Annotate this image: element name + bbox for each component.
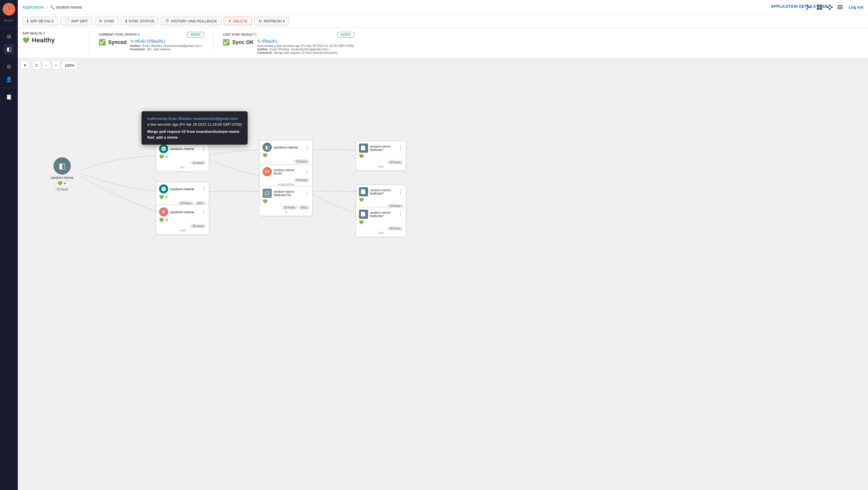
sync-button[interactable]: ↻ SYNC	[95, 17, 119, 25]
app-health-label: APP HEALTH ℹ	[23, 31, 80, 35]
svc-node-title: random-meme	[170, 147, 199, 151]
app-version: v2.3.17+	[4, 19, 14, 22]
pod1-time-badge: 18 hours	[387, 160, 403, 164]
last-sync-meta: To 55ba2b1 Succeeded a few seconds ago (…	[257, 39, 354, 54]
zoom-in-button[interactable]: +	[52, 61, 60, 69]
diff-icon: 📄	[65, 19, 70, 23]
status-divider-2	[213, 31, 213, 54]
route-node-menu-icon[interactable]: ⋮	[201, 209, 206, 215]
history-rollback-button[interactable]: ⏱ HISTORY AND ROLLBACK	[161, 17, 221, 25]
last-sync-info-icon: ℹ	[255, 32, 256, 36]
rs-node: random-meme-5b86cbb755 ⋮ 💚 18 hours rev:…	[259, 186, 313, 216]
route-time-badge: 18 hours	[190, 224, 206, 228]
random-meme-time-badge: 18 hours	[293, 159, 309, 164]
last-sync-section: LAST SYNC RESULT ℹ MORE ✅ Sync OK To 55b…	[223, 31, 354, 54]
deploy-node-icon	[159, 184, 168, 193]
root-check-icon: ✔	[64, 181, 67, 185]
commit-tooltip: Authored by Evan Shortiss <evanshortiss@…	[142, 111, 248, 145]
svc-type-label: svc	[159, 165, 206, 169]
app-diff-button[interactable]: 📄 APP DIFF	[60, 17, 92, 25]
random-meme-node-icon: ◧	[262, 143, 272, 152]
app-details-button[interactable]: ℹ APP DETAILS	[23, 17, 58, 25]
deploy-heart-icon: 💚	[159, 195, 164, 199]
rs-node-menu-icon[interactable]: ⋮	[305, 191, 309, 196]
current-sync-more-button[interactable]: MORE	[187, 32, 204, 38]
fit-to-screen-button[interactable]: ⊡	[32, 61, 41, 69]
graph-area: ▼ ⊡ − + 100%	[18, 58, 868, 490]
random-meme-node-title: random-meme	[274, 145, 303, 150]
random-meme-node-menu-icon[interactable]: ⋮	[305, 145, 309, 150]
svg-rect-19	[838, 8, 843, 9]
route-heart-icon: 💚	[159, 218, 164, 222]
svc-node: random-meme ⋮ 💚 ✔ 18 hours svc	[156, 142, 209, 172]
zoom-out-button[interactable]: −	[42, 61, 51, 69]
current-sync-meta: To HEAD (55ba2b1) Author: Evan Shortiss …	[130, 39, 204, 51]
rs-time-badge: 18 hours	[282, 205, 298, 210]
pod2-node-icon	[359, 187, 368, 196]
deploy-node-menu-icon[interactable]: ⋮	[201, 186, 206, 192]
search-icon: 🔍	[50, 5, 55, 9]
endpointslice-node-menu-icon[interactable]: ⋮	[305, 169, 309, 175]
delete-button[interactable]: ✕ DELETE	[224, 17, 252, 25]
sidebar-item-layers[interactable]: ◧	[4, 44, 14, 54]
pod1-type-label: pod	[359, 165, 403, 168]
sidebar-item-settings[interactable]: ⚙	[4, 62, 14, 72]
svc-check-icon: ✔	[165, 154, 168, 159]
route-check-icon: ✔	[165, 218, 168, 222]
svc-heart-icon: 💚	[159, 154, 164, 159]
last-sync-check-icon: ✅	[223, 39, 230, 46]
pod2-heart-icon: 💚	[359, 197, 364, 202]
logout-label[interactable]: Log out	[849, 5, 863, 9]
svc-node-menu-icon[interactable]: ⋮	[201, 146, 206, 152]
sync-check-icon: ✅	[99, 39, 106, 46]
head-commit-link[interactable]: HEAD (55ba2b1)	[134, 39, 165, 43]
sidebar-item-user[interactable]: 👤	[4, 74, 14, 85]
app-health-section: APP HEALTH ℹ 💚 Healthy	[23, 31, 80, 54]
filter-button[interactable]: ▼	[21, 61, 29, 69]
current-sync-value: ✅ Synced	[99, 39, 127, 46]
last-sync-commit-link[interactable]: 55ba2b1	[262, 39, 278, 43]
pod3-time-badge: 18 hours	[387, 226, 403, 231]
pod1-node-menu-icon[interactable]: ⋮	[398, 146, 403, 151]
sidebar-divider-3	[2, 88, 16, 88]
pod3-node: random-meme-5b86cbb7 ⋮ 💚 18 hours pod	[356, 207, 406, 237]
sync-status-button[interactable]: ℹ SYNC STATUS	[121, 17, 158, 25]
svg-rect-18	[838, 7, 843, 7]
sidebar-item-docs[interactable]: 📋	[4, 92, 14, 102]
sidebar-item-apps[interactable]: ⊞	[4, 31, 14, 42]
refresh-button[interactable]: ↻ REFRESH ▾	[254, 17, 289, 25]
endpointslice-node-icon: ES	[262, 167, 272, 176]
root-time-badge: 18 hours	[54, 187, 70, 191]
pod3-node-icon	[359, 210, 368, 219]
sync-icon: ↻	[99, 19, 102, 23]
breadcrumb-separator: /	[46, 5, 48, 9]
last-sync-text-meta: Succeeded a few seconds ago (Fri Apr 28 …	[257, 44, 354, 54]
breadcrumb-applications[interactable]: Applications	[23, 5, 44, 9]
route-node-title: random-meme	[170, 210, 199, 214]
pod1-heart-icon: 💚	[359, 154, 364, 158]
last-sync-more-button[interactable]: MORE	[337, 32, 354, 38]
root-node-footer: 18 hours	[54, 187, 70, 191]
rs-rev-badge: rev:1	[299, 205, 309, 210]
page-title: APPLICATION DETAILS TREE	[771, 4, 828, 9]
root-node: ◧ random-meme 💚 ✔ 18 hours	[51, 157, 73, 191]
pod2-node-menu-icon[interactable]: ⋮	[398, 189, 403, 195]
pod3-node-menu-icon[interactable]: ⋮	[398, 212, 403, 217]
root-heart-icon: 💚	[58, 181, 62, 185]
root-node-icon: ◧	[54, 157, 71, 175]
rs-node-icon	[262, 189, 272, 198]
endpointslice-type-label: endpointslice	[262, 183, 309, 186]
svg-rect-17	[838, 5, 843, 6]
pod1-node-title: random-meme-5b86cbb7	[370, 145, 397, 152]
zoom-level-input[interactable]: 100%	[62, 61, 78, 69]
tooltip-author-line: Authored by Evan Shortiss <evanshortiss@…	[147, 116, 242, 122]
rs-type-label: rs	[262, 210, 309, 213]
endpointslice-node-title: random-meme-9zc92	[274, 168, 303, 175]
sync-info-icon: ℹ	[138, 32, 140, 36]
info-icon: ℹ	[27, 19, 28, 23]
endpointslice-time-badge: 18 hours	[293, 178, 309, 182]
rs-heart-icon: 💚	[262, 199, 268, 204]
view-list-icon[interactable]	[836, 3, 844, 11]
pod3-node-title: random-meme-5b86cbb7	[370, 211, 397, 218]
deploy-node-title: random-meme	[170, 187, 199, 191]
